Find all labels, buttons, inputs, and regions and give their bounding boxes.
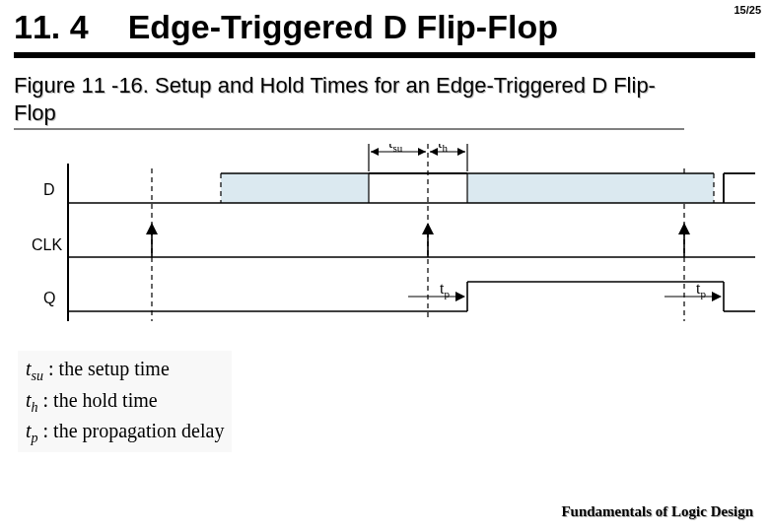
legend-th: th : the hold time — [26, 386, 224, 418]
header: 11. 4 Edge-Triggered D Flip-Flop — [0, 0, 769, 46]
legend-tp: tp : the propagation delay — [26, 417, 224, 448]
page-number: 15/25 — [734, 4, 761, 16]
legend-tsu: tsu : the setup time — [26, 355, 224, 386]
svg-marker-22 — [430, 148, 438, 156]
svg-marker-19 — [371, 148, 379, 156]
svg-marker-20 — [418, 148, 426, 156]
svg-rect-4 — [221, 173, 369, 203]
signal-label-d: D — [43, 181, 55, 198]
signal-label-clk: CLK — [32, 236, 62, 253]
svg-marker-23 — [457, 148, 465, 156]
svg-marker-30 — [678, 223, 690, 234]
signal-label-q: Q — [43, 290, 55, 306]
clk-edge-arrow — [422, 223, 434, 257]
legend-box: tsu : the setup time th : the hold time … — [18, 351, 232, 452]
section-title: Edge-Triggered D Flip-Flop — [128, 8, 558, 46]
section-number: 11. 4 — [14, 8, 89, 46]
svg-marker-26 — [146, 223, 158, 234]
svg-rect-5 — [467, 173, 714, 203]
timing-diagram: D tsu th CLK Q — [14, 144, 755, 341]
footer-text: Fundamentals of Logic Design — [561, 503, 753, 520]
clk-edge-arrow — [678, 223, 690, 257]
svg-marker-39 — [712, 292, 722, 301]
clk-edge-arrow — [146, 223, 158, 257]
svg-marker-28 — [422, 223, 434, 234]
svg-marker-37 — [455, 292, 465, 301]
figure-caption: Figure 11 -16. Setup and Hold Times for … — [14, 72, 684, 130]
header-rule — [14, 52, 755, 58]
